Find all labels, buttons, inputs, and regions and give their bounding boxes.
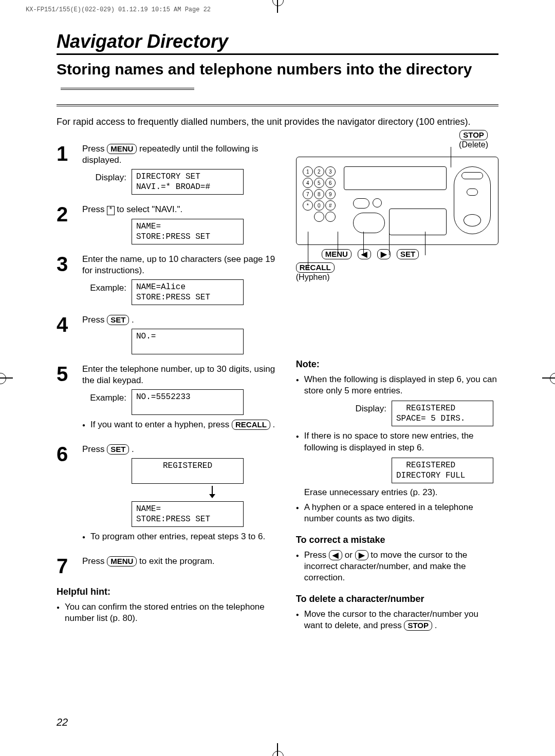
lcd-display: NO.=5552233 xyxy=(132,389,244,415)
step-1: 1 Press MENU repeatedly until the follow… xyxy=(57,143,281,195)
step-bullet: To program other entries, repeat steps 3… xyxy=(82,531,281,542)
device-illustration: 1 2 3 4 5 6 7 8 9 * 0 # xyxy=(296,157,498,245)
key-blank xyxy=(314,212,324,222)
right-column: STOP (Delete) 1 2 3 4 5 6 7 8 9 * 0 # xyxy=(296,143,498,635)
correct-bullet: Press ◀ or ▶ to move the cursor to the i… xyxy=(296,550,498,583)
key-7: 7 xyxy=(303,189,313,199)
helpful-hint-bullet: You can confirm the stored entries on th… xyxy=(57,601,281,624)
intro-text: For rapid access to frequently dialled n… xyxy=(57,116,498,128)
set-button-label: SET xyxy=(397,249,419,259)
step-text: to select "NAVI.". xyxy=(117,204,182,214)
lcd-display: REGISTERED xyxy=(132,458,244,484)
step-6: 6 Press SET . REGISTERED NAME= STORE:PRE xyxy=(57,444,281,546)
lcd-display: NAME= STORE:PRESS SET xyxy=(132,501,244,527)
step-text: Press xyxy=(82,315,107,325)
steps-column: 1 Press MENU repeatedly until the follow… xyxy=(57,143,281,635)
left-arrow-icon: ◀ xyxy=(358,249,371,259)
key-blank xyxy=(325,212,336,222)
delete-text: Move the cursor to the character/number … xyxy=(304,609,478,630)
lcd-display: REGISTERED DIRECTORY FULL xyxy=(392,458,493,483)
step-bullet: If you want to enter a hyphen, press REC… xyxy=(82,419,281,430)
menu-button-label: MENU xyxy=(322,249,351,259)
bullet-text: If you want to enter a hyphen, press xyxy=(90,420,232,429)
lcd-display: NAME=Alice STORE:PRESS SET xyxy=(132,279,244,305)
keypad: 1 2 3 4 5 6 7 8 9 * 0 # xyxy=(303,166,336,222)
set-button: SET xyxy=(107,444,129,455)
display-label: Display: xyxy=(82,169,126,183)
paper-tray xyxy=(389,209,447,235)
lcd-display: NAME= STORE:PRESS SET xyxy=(132,219,244,244)
note-bullet: If there is no space to store new entrie… xyxy=(296,430,498,453)
handset xyxy=(454,166,491,234)
page-title-text: Storing names and telephone numbers into… xyxy=(57,61,472,78)
delete-label: (Delete) xyxy=(459,140,488,149)
set-button: SET xyxy=(107,315,129,325)
step-number: 4 xyxy=(57,314,75,354)
step-number: 6 xyxy=(57,444,75,546)
delete-char-title: To delete a character/number xyxy=(296,594,498,604)
step-7: 7 Press MENU to exit the program. xyxy=(57,556,281,576)
title-rule xyxy=(57,102,498,106)
key-1: 1 xyxy=(303,166,313,177)
note-bullet: A hyphen or a space entered in a telepho… xyxy=(296,502,498,524)
example-label: Example: xyxy=(82,279,126,294)
example-label: Example: xyxy=(82,389,126,404)
step-number: 2 xyxy=(57,204,75,244)
step-text: Press xyxy=(82,144,107,154)
stop-button-label: STOP xyxy=(404,620,432,631)
menu-button: MENU xyxy=(107,144,137,154)
star-key: * xyxy=(107,206,114,215)
key-3: 3 xyxy=(325,166,336,177)
svg-marker-1 xyxy=(209,494,215,498)
lcd-display: NO.= xyxy=(132,329,244,354)
step-number: 3 xyxy=(57,254,75,305)
erase-text: Erase unnecessary entries (p. 23). xyxy=(304,487,498,498)
step-number: 7 xyxy=(57,556,75,576)
step-3: 3 Enter the name, up to 10 characters (s… xyxy=(57,254,281,305)
key-star: * xyxy=(303,200,313,211)
correct-text: or xyxy=(345,550,355,560)
helpful-hint-title: Helpful hint: xyxy=(57,587,281,597)
step-2: 2 Press * to select "NAVI.". NAME= STORE… xyxy=(57,204,281,244)
display-panel xyxy=(344,166,447,190)
stop-button-label: STOP xyxy=(459,130,488,140)
note-label: Note: xyxy=(296,359,498,370)
step-text: Press xyxy=(82,556,107,566)
right-arrow-icon: ▶ xyxy=(355,550,368,560)
step-text: to exit the program. xyxy=(139,556,214,566)
small-button xyxy=(353,198,369,209)
key-8: 8 xyxy=(314,189,324,199)
left-arrow-icon: ◀ xyxy=(329,550,342,560)
lcd-display: DIRECTORY SET NAVI.=* BROAD=# xyxy=(132,169,244,195)
step-text: Press xyxy=(82,444,107,454)
stop-annotation: STOP (Delete) xyxy=(459,130,488,149)
section-title: Navigator Directory xyxy=(57,31,498,55)
step-text: . xyxy=(132,444,134,454)
step-text: Press xyxy=(82,204,107,214)
note-bullet: When the following is displayed in step … xyxy=(296,374,498,396)
correct-mistake-title: To correct a mistake xyxy=(296,535,498,545)
bullet-text: . xyxy=(273,420,275,429)
menu-button: MENU xyxy=(107,556,137,566)
recall-button-label: RECALL xyxy=(296,262,335,273)
correct-text: Press xyxy=(304,550,329,560)
step-text: . xyxy=(132,315,134,325)
step-text: Enter the name, up to 10 characters (see… xyxy=(82,254,275,275)
page-title: Storing names and telephone numbers into… xyxy=(57,60,498,97)
key-4: 4 xyxy=(303,178,313,188)
step-5: 5 Enter the telephone number, up to 30 d… xyxy=(57,364,281,434)
delete-bullet: Move the cursor to the character/number … xyxy=(296,609,498,631)
key-9: 9 xyxy=(325,189,336,199)
display-label: Display: xyxy=(356,401,386,426)
delete-text: . xyxy=(435,620,437,630)
page-number: 22 xyxy=(57,716,68,728)
key-2: 2 xyxy=(314,166,324,177)
page-header-meta: KX-FP151/155(E)(022-029) 01.12.19 10:15 … xyxy=(26,6,211,13)
step-number: 5 xyxy=(57,364,75,434)
round-button xyxy=(373,198,382,207)
key-0: 0 xyxy=(314,200,324,211)
key-5: 5 xyxy=(314,178,324,188)
step-number: 1 xyxy=(57,143,75,195)
key-6: 6 xyxy=(325,178,336,188)
arrow-down-icon xyxy=(144,486,281,498)
